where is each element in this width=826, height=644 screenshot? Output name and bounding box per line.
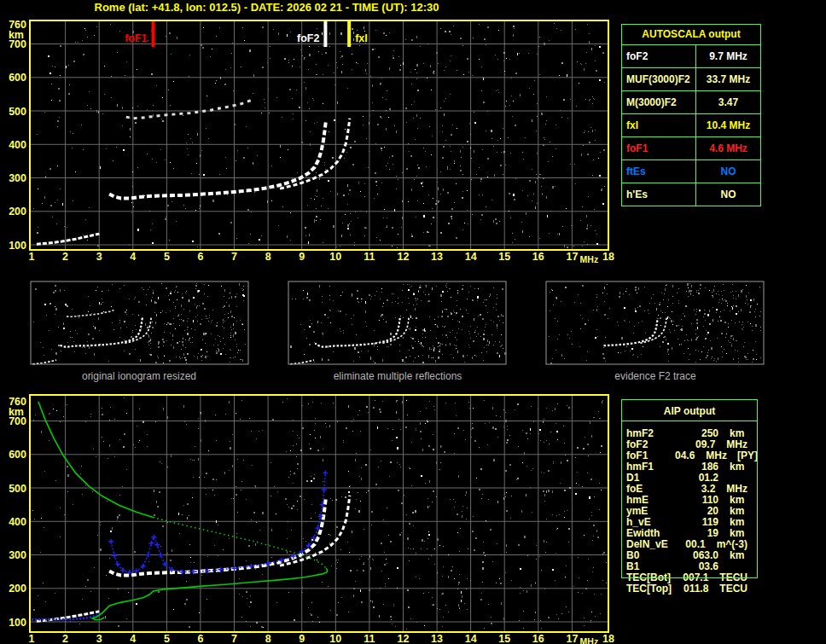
thumb-es-trace (290, 360, 314, 364)
x-tick-label: 7 (231, 633, 237, 644)
thumbnail-original-ionogram (31, 281, 248, 364)
station-date-title: Rome (lat: +41.8, lon: 012.5) - DATE: 20… (0, 1, 533, 14)
x-tick-label: 11 (364, 633, 375, 644)
x-tick-label: 16 (532, 633, 544, 644)
aip-param-label: TEC[Top] (626, 583, 675, 595)
y-tick-label: 600 (9, 72, 26, 84)
x-tick-label: 2 (62, 633, 68, 644)
autoscala-row-fof1: foF14.6 MHz (622, 137, 760, 160)
autoscala-row-fof2: foF29.7 MHz (622, 45, 760, 68)
x-tick-label: 17 (566, 633, 578, 644)
autoscala-param-value: 3.47 (696, 91, 760, 113)
x-tick-label: 15 (498, 633, 510, 644)
y-tick-label: 300 (9, 172, 26, 184)
thumbnail-f2-trace (546, 281, 764, 364)
x-tick-label: 6 (197, 633, 203, 644)
x-tick-label: 5 (164, 251, 170, 263)
autoscala-param-label: MUF(3000)F2 (622, 68, 696, 90)
thumbnail-caption-2: eliminate multiple reflections (287, 370, 509, 382)
x-tick-label: 12 (398, 633, 410, 644)
x-tick-label: 9 (299, 633, 305, 644)
x-tick-label: 18 (602, 633, 614, 644)
autoscala-window: foF1foF2fxI123456789101112131415161718MH… (0, 0, 826, 644)
aip-param-unit: TECU (708, 583, 747, 595)
x-tick-label: 3 (96, 633, 102, 644)
aip-param-note (744, 461, 754, 473)
y-tick-label: 500 (9, 483, 26, 495)
thumbnail-caption-3: evidence F2 trace (544, 370, 766, 382)
y-tick-label: 100 (9, 617, 26, 629)
aip-row-hmf1: hmF1186km (626, 461, 758, 473)
autoscala-param-value: 4.6 MHz (696, 137, 760, 160)
x-axis-unit-label: MHz (580, 254, 599, 264)
f-trace-ordinary (109, 499, 326, 576)
y-axis-unit-label: km (9, 406, 24, 418)
x-tick-label: 3 (96, 251, 102, 263)
second-hop-trace (126, 101, 251, 119)
fxI-marker: fxI (349, 21, 368, 47)
x-tick-label: 13 (431, 251, 443, 263)
thumb-f-trace-ordinary (604, 318, 658, 345)
x-tick-label: 6 (197, 251, 203, 263)
autoscala-param-label: foF1 (622, 137, 696, 160)
thumb-f-trace-extraordinary (382, 316, 409, 343)
f-trace-ordinary (109, 122, 326, 199)
autoscala-param-label: foF2 (622, 45, 696, 67)
es-trace (37, 234, 99, 244)
autoscala-row-muf3000f2: MUF(3000)F233.7 MHz (622, 68, 760, 91)
thumb-f-trace-extraordinary (640, 316, 666, 343)
profile-topside (38, 402, 154, 518)
aip-param-value: 011.8 (675, 583, 708, 595)
autoscala-param-label: ftEs (622, 160, 696, 183)
aip-param-note (744, 506, 754, 517)
foF1-marker: foF1 (125, 21, 153, 47)
foF2-label: foF2 (297, 32, 319, 44)
x-tick-label: 8 (265, 633, 271, 644)
x-tick-label: 15 (498, 251, 510, 263)
thumbnail-caption-1: original ionogram resized (28, 370, 250, 382)
top-ionogram-plot: foF1foF2fxI123456789101112131415161718MH… (9, 19, 614, 265)
x-tick-label: 1 (29, 251, 35, 263)
x-tick-label: 4 (130, 633, 136, 644)
autoscala-param-label: h'Es (622, 183, 696, 206)
autoscaled-trace-blue-markers (108, 470, 328, 575)
x-tick-label: 13 (431, 633, 443, 644)
x-axis-unit-label: MHz (580, 636, 599, 644)
thumb-second-hop-trace (67, 310, 114, 317)
aip-param-note (747, 539, 758, 550)
autoscala-row-ftes: ftEsNO (622, 160, 760, 183)
x-tick-label: 18 (602, 251, 614, 263)
aip-param-unit: km (718, 461, 744, 473)
x-tick-label: 12 (398, 251, 410, 263)
y-tick-label: 200 (9, 583, 26, 595)
autoscala-param-value: 9.7 MHz (696, 45, 760, 67)
x-tick-label: 14 (465, 633, 477, 644)
x-tick-label: 14 (465, 251, 477, 263)
x-tick-label: 2 (62, 251, 68, 263)
autoscala-param-value: 10.4 MHz (696, 114, 760, 136)
y-tick-label: 200 (9, 206, 26, 218)
aip-param-note (744, 517, 754, 528)
aip-param-note (744, 550, 754, 561)
aip-row-tectop: TEC[Top]011.8TECU (626, 583, 758, 595)
x-tick-label: 9 (299, 251, 305, 263)
y-tick-label: 300 (9, 549, 26, 561)
aip-param-note (747, 484, 758, 495)
fxI-label: fxI (355, 32, 368, 44)
thumbnail-no-multiple-reflections (288, 281, 506, 364)
x-tick-label: 11 (364, 251, 375, 263)
x-tick-label: 4 (130, 251, 136, 263)
thumbnail-border (546, 281, 764, 364)
y-axis-unit-label: km (9, 29, 24, 41)
autoscala-row-hes: h'EsNO (622, 183, 760, 206)
aip-output-table: AIP output hmF2250kmfoF209.7MHzfoF104.6M… (621, 399, 758, 595)
x-tick-label: 16 (532, 251, 544, 263)
y-tick-label: 400 (9, 516, 26, 528)
autoscala-table-title: AUTOSCALA output (622, 25, 760, 45)
gridlines (30, 395, 608, 632)
autoscala-param-label: M(3000)F2 (622, 91, 696, 113)
x-tick-label: 10 (329, 251, 341, 263)
aip-table-title: AIP output (621, 399, 758, 417)
autoscala-param-value: NO (696, 160, 760, 183)
bottom-ionogram-plot: 123456789101112131415161718MHz7607006005… (9, 395, 614, 644)
